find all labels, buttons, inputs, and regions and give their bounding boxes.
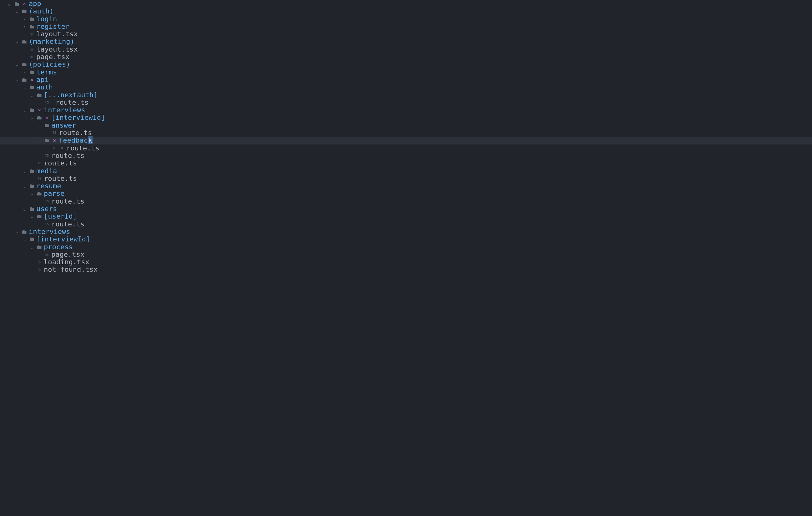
file-name: route.ts: [51, 220, 84, 228]
chevron-right-icon[interactable]: ›: [21, 23, 28, 30]
chevron-down-icon[interactable]: ⌄: [21, 236, 28, 243]
folder-name: [userId]: [43, 213, 77, 220]
tree-file-row[interactable]: TSroute.ts: [0, 198, 812, 205]
modified-icon: ✕: [21, 0, 28, 7]
tree-folder-row[interactable]: ⌄🖿(marketing): [0, 38, 812, 45]
folder-name: [...nextauth]: [43, 91, 97, 99]
chevron-down-icon[interactable]: ⌄: [21, 205, 28, 213]
file-name: not-found.tsx: [43, 266, 97, 273]
chevron-down-icon[interactable]: ⌄: [21, 182, 28, 190]
folder-open-icon: 🖿: [36, 114, 43, 121]
chevron-down-icon[interactable]: ⌄: [13, 7, 21, 15]
tree-file-row[interactable]: ⚛not-found.tsx: [0, 266, 812, 273]
react-icon: ⚛: [28, 53, 36, 61]
tree-file-row[interactable]: TSroute.ts: [0, 220, 812, 228]
chevron-down-icon[interactable]: ⌄: [36, 122, 43, 129]
tree-folder-row[interactable]: ⌄🖿✕[interviewId]: [0, 114, 812, 121]
chevron-down-icon[interactable]: ⌄: [36, 136, 43, 144]
folder-name: api: [36, 76, 49, 84]
file-name: route.ts: [51, 152, 84, 159]
tree-file-row[interactable]: TS✕route.ts: [0, 145, 812, 152]
folder-closed-icon: 🖿: [28, 15, 36, 23]
tree-folder-row[interactable]: ⌄🖿✕app: [0, 0, 812, 7]
folder-open-icon: 🖿: [36, 91, 43, 99]
chevron-down-icon[interactable]: ⌄: [13, 61, 21, 68]
tree-folder-row[interactable]: ⌄🖿✕feedback: [0, 136, 812, 144]
tree-folder-row[interactable]: ›🖿login: [0, 15, 812, 23]
chevron-right-icon[interactable]: ›: [21, 15, 28, 23]
react-icon: ⚛: [36, 266, 43, 273]
folder-name: process: [43, 243, 73, 251]
tree-file-row[interactable]: ⚛layout.tsx: [0, 45, 812, 53]
text-cursor: k: [88, 136, 93, 144]
chevron-down-icon[interactable]: ⌄: [21, 106, 28, 114]
folder-open-icon: 🖿: [21, 7, 28, 15]
tree-folder-row[interactable]: ⌄🖿auth: [0, 84, 812, 91]
tree-folder-row[interactable]: ⌄🖿✕api: [0, 76, 812, 84]
folder-name: interviews: [28, 228, 70, 236]
folder-name: register: [36, 23, 69, 30]
tree-folder-row[interactable]: ⌄🖿process: [0, 243, 812, 251]
folder-open-icon: 🖿: [28, 167, 36, 175]
tree-file-row[interactable]: ⚛page.tsx: [0, 251, 812, 258]
typescript-icon: TS: [51, 129, 58, 136]
folder-name: (auth): [28, 7, 54, 15]
chevron-down-icon[interactable]: ⌄: [28, 190, 36, 197]
modified-icon: ✕: [36, 106, 43, 114]
chevron-down-icon[interactable]: ⌄: [13, 228, 21, 236]
typescript-icon: TS: [36, 175, 43, 182]
typescript-icon: TS: [43, 152, 51, 159]
folder-open-icon: 🖿: [28, 205, 36, 213]
modified-icon: ✕: [58, 145, 66, 152]
tree-file-row[interactable]: TSroute.ts: [0, 129, 812, 136]
folder-open-icon: 🖿: [28, 236, 36, 243]
tree-folder-row[interactable]: ⌄🖿parse: [0, 190, 812, 197]
tree-folder-row[interactable]: ⌄🖿✕interviews: [0, 106, 812, 114]
chevron-down-icon[interactable]: ⌄: [13, 76, 21, 84]
folder-closed-icon: 🖿: [28, 68, 36, 76]
tree-folder-row[interactable]: ⌄🖿[userId]: [0, 213, 812, 220]
folder-name: (policies): [28, 61, 70, 68]
chevron-down-icon[interactable]: ⌄: [28, 213, 36, 220]
chevron-down-icon[interactable]: ⌄: [28, 114, 36, 121]
chevron-down-icon[interactable]: ⌄: [6, 0, 13, 7]
tree-folder-row[interactable]: ⌄🖿users: [0, 205, 812, 213]
chevron-down-icon[interactable]: ⌄: [13, 38, 21, 45]
folder-open-icon: 🖿: [28, 84, 36, 91]
tree-folder-row[interactable]: ⌄🖿(policies): [0, 61, 812, 68]
folder-name: (marketing): [28, 38, 75, 45]
folder-name: login: [36, 15, 57, 23]
tree-file-row[interactable]: TSroute.ts: [0, 159, 812, 167]
tree-file-row[interactable]: TSroute.ts: [0, 152, 812, 159]
folder-name: parse: [43, 190, 64, 197]
tree-folder-row[interactable]: ⌄🖿(auth): [0, 7, 812, 15]
tree-file-row[interactable]: TSroute.ts: [0, 175, 812, 182]
typescript-icon: TS: [43, 220, 51, 228]
tree-folder-row[interactable]: ⌄🖿[interviewId]: [0, 236, 812, 243]
chevron-right-icon[interactable]: ›: [21, 68, 28, 76]
tree-file-row[interactable]: ⚛layout.tsx: [0, 30, 812, 38]
folder-name: terms: [36, 68, 57, 76]
file-name: route.ts: [66, 145, 99, 152]
chevron-down-icon[interactable]: ⌄: [21, 167, 28, 175]
tree-folder-row[interactable]: ›🖿register: [0, 23, 812, 30]
tree-folder-row[interactable]: ›🖿terms: [0, 68, 812, 76]
tree-folder-row[interactable]: ⌄🖿resume: [0, 182, 812, 190]
tree-folder-row[interactable]: ⌄🖿media: [0, 167, 812, 175]
tree-folder-row[interactable]: ⌄🖿[...nextauth]: [0, 91, 812, 99]
react-icon: ⚛: [28, 30, 36, 38]
chevron-down-icon[interactable]: ⌄: [28, 91, 36, 99]
folder-closed-icon: 🖿: [28, 23, 36, 30]
folder-name: users: [36, 205, 57, 213]
folder-open-icon: 🖿: [36, 190, 43, 197]
chevron-down-icon[interactable]: ⌄: [28, 243, 36, 251]
folder-open-icon: 🖿: [43, 136, 51, 144]
chevron-down-icon[interactable]: ⌄: [21, 84, 28, 91]
tree-file-row[interactable]: ⚛loading.tsx: [0, 258, 812, 266]
tree-folder-row[interactable]: ⌄🖿answer: [0, 122, 812, 129]
tree-folder-row[interactable]: ⌄🖿interviews: [0, 228, 812, 236]
tree-file-row[interactable]: ⚛page.tsx: [0, 53, 812, 61]
folder-name: interviews: [43, 106, 85, 114]
tree-file-row[interactable]: TS_route.ts: [0, 99, 812, 106]
file-name: _route.ts: [51, 99, 89, 106]
